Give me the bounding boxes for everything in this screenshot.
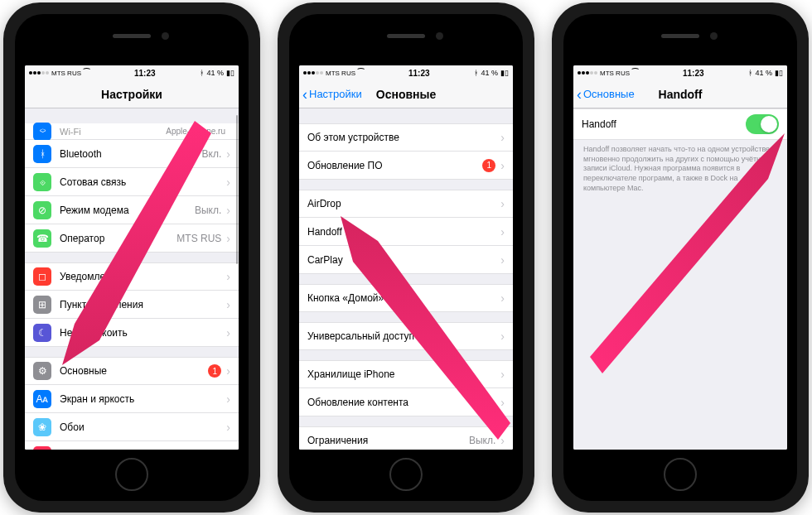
group-connectivity: ⌔ Wi-Fi Apple-iPhone.ru ᚼ Bluetooth Вкл.… xyxy=(25,123,239,253)
row-notifications[interactable]: ◻ Уведомления › xyxy=(25,262,239,291)
chevron-right-icon: › xyxy=(500,197,505,210)
chevron-right-icon: › xyxy=(500,434,505,447)
carrier-label: MTS RUS xyxy=(51,70,81,77)
scrollbar[interactable] xyxy=(236,108,238,450)
row-home-button[interactable]: Кнопка «Домой» › xyxy=(299,284,513,312)
camera xyxy=(436,32,443,40)
chevron-left-icon: ‹ xyxy=(577,87,582,102)
row-label: CarPlay xyxy=(307,254,500,266)
row-cellular[interactable]: ⟐ Сотовая связь › xyxy=(25,168,239,196)
row-wifi[interactable]: ⌔ Wi-Fi Apple-iPhone.ru xyxy=(25,123,239,140)
status-time: 11:23 xyxy=(683,69,704,78)
row-wallpaper[interactable]: ❀ Обои › xyxy=(25,413,239,441)
row-bluetooth[interactable]: ᚼ Bluetooth Вкл. › xyxy=(25,140,239,168)
wifi-icon: ⌔ xyxy=(33,123,51,141)
display-icon: Aᴀ xyxy=(33,390,51,408)
row-value: Apple-iPhone.ru xyxy=(166,127,225,136)
row-airdrop[interactable]: AirDrop › xyxy=(299,190,513,218)
row-label: Уведомления xyxy=(60,271,226,282)
chevron-right-icon: › xyxy=(226,176,230,189)
link-icon: ⊘ xyxy=(33,201,51,219)
row-label: AirDrop xyxy=(307,198,500,209)
chevron-right-icon: › xyxy=(500,253,505,267)
row-restrictions[interactable]: Ограничения Выкл. › xyxy=(299,426,513,450)
row-label: Ограничения xyxy=(307,435,469,446)
row-carrier[interactable]: ☎ Оператор MTS RUS › xyxy=(25,224,239,253)
battery-icon: ▮▯ xyxy=(775,69,783,77)
chevron-right-icon: › xyxy=(226,392,230,406)
row-label: Звуки, тактильные сигналы xyxy=(60,450,226,450)
row-label: Сотовая связь xyxy=(60,176,226,188)
chevron-right-icon: › xyxy=(226,364,230,378)
row-label: Хранилище iPhone xyxy=(307,368,500,380)
wifi-icon: ⁀ xyxy=(632,69,638,77)
content[interactable]: ⌔ Wi-Fi Apple-iPhone.ru ᚼ Bluetooth Вкл.… xyxy=(25,108,239,450)
signal-icon xyxy=(303,71,323,75)
scrollbar-thumb[interactable] xyxy=(236,115,238,264)
back-button[interactable]: ‹ Настройки xyxy=(302,87,362,102)
chevron-right-icon: › xyxy=(226,421,230,434)
row-general[interactable]: ⚙ Основные 1 › xyxy=(25,357,239,385)
row-background-refresh[interactable]: Обновление контента › xyxy=(299,388,513,416)
chevron-right-icon: › xyxy=(226,326,230,339)
group-continuity: AirDrop › Handoff › CarPlay › xyxy=(299,190,513,274)
phone-body: MTS RUS ⁀ 11:23 ᚼ 41 % ▮▯ ‹ Настройки Ос… xyxy=(289,14,523,501)
row-accessibility[interactable]: Универсальный доступ › xyxy=(299,322,513,350)
row-control-center[interactable]: ⊞ Пункт управления › xyxy=(25,291,239,319)
status-left: MTS RUS ⁀ xyxy=(29,69,89,77)
status-right: ᚼ 41 % ▮▯ xyxy=(200,69,234,77)
camera xyxy=(162,32,169,40)
nav-bar: ‹ Основные Handoff xyxy=(573,80,787,108)
screen: MTS RUS ⁀ 11:23 ᚼ 41 % ▮▯ ‹ Настройки Ос… xyxy=(299,65,513,450)
group-home: Кнопка «Домой» › xyxy=(299,284,513,312)
chevron-right-icon: › xyxy=(500,291,505,305)
bluetooth-icon: ᚼ xyxy=(748,69,752,77)
page-title: Настройки xyxy=(101,88,162,101)
home-button[interactable] xyxy=(115,458,148,491)
row-label: Об этом устройстве xyxy=(307,132,500,143)
status-bar: MTS RUS ⁀ 11:23 ᚼ 41 % ▮▯ xyxy=(299,65,513,80)
row-display[interactable]: Aᴀ Экран и яркость › xyxy=(25,385,239,413)
badge: 1 xyxy=(482,159,495,172)
battery-icon: ▮▯ xyxy=(226,69,234,77)
row-storage[interactable]: Хранилище iPhone › xyxy=(299,360,513,388)
row-handoff[interactable]: Handoff › xyxy=(299,218,513,246)
status-time: 11:23 xyxy=(134,69,156,78)
gear-icon: ⚙ xyxy=(33,362,51,380)
battery-icon: ▮▯ xyxy=(500,69,509,77)
content[interactable]: Handoff Handoff позволяет начать что-то … xyxy=(573,108,787,450)
sound-icon: 🔊 xyxy=(33,446,51,450)
home-button[interactable] xyxy=(389,458,423,491)
content[interactable]: Об этом устройстве › Обновление ПО 1 › A… xyxy=(299,108,513,450)
group-handoff: Handoff xyxy=(573,108,787,140)
row-sounds[interactable]: 🔊 Звуки, тактильные сигналы › xyxy=(25,441,239,450)
row-value: Вкл. xyxy=(202,148,222,160)
sliders-icon: ⊞ xyxy=(33,296,51,314)
toggle-switch[interactable] xyxy=(746,114,779,134)
chevron-right-icon: › xyxy=(226,232,230,245)
wallpaper-icon: ❀ xyxy=(33,418,51,436)
phone-handoff: MTS RUS ⁀ 11:23 ᚼ 41 % ▮▯ ‹ Основные Han… xyxy=(552,2,809,513)
row-about[interactable]: Об этом устройстве › xyxy=(299,123,513,152)
carrier-label: MTS RUS xyxy=(600,70,630,77)
row-label: Обновление ПО xyxy=(307,160,482,171)
row-label: Кнопка «Домой» xyxy=(307,292,500,304)
chevron-right-icon: › xyxy=(500,159,505,172)
row-dnd[interactable]: ☾ Не беспокоить › xyxy=(25,319,239,347)
chevron-right-icon: › xyxy=(226,147,230,161)
phone-body: MTS RUS ⁀ 11:23 ᚼ 41 % ▮▯ Настройки ⌔ Wi… xyxy=(15,14,249,501)
row-hotspot[interactable]: ⊘ Режим модема Выкл. › xyxy=(25,196,239,224)
status-bar: MTS RUS ⁀ 11:23 ᚼ 41 % ▮▯ xyxy=(573,65,787,80)
row-software-update[interactable]: Обновление ПО 1 › xyxy=(299,152,513,180)
screen: MTS RUS ⁀ 11:23 ᚼ 41 % ▮▯ Настройки ⌔ Wi… xyxy=(25,65,239,450)
home-button[interactable] xyxy=(664,458,697,491)
back-button[interactable]: ‹ Основные xyxy=(577,87,635,102)
row-handoff-toggle[interactable]: Handoff xyxy=(573,108,787,140)
group-notifications: ◻ Уведомления › ⊞ Пункт управления › ☾ Н… xyxy=(25,262,239,347)
row-value: Выкл. xyxy=(469,435,495,446)
phone-icon: ☎ xyxy=(33,229,51,248)
group-general: ⚙ Основные 1 › Aᴀ Экран и яркость › ❀ Об… xyxy=(25,357,239,450)
row-carplay[interactable]: CarPlay › xyxy=(299,246,513,274)
wifi-icon: ⁀ xyxy=(358,69,364,77)
row-label: Режим модема xyxy=(60,205,195,216)
